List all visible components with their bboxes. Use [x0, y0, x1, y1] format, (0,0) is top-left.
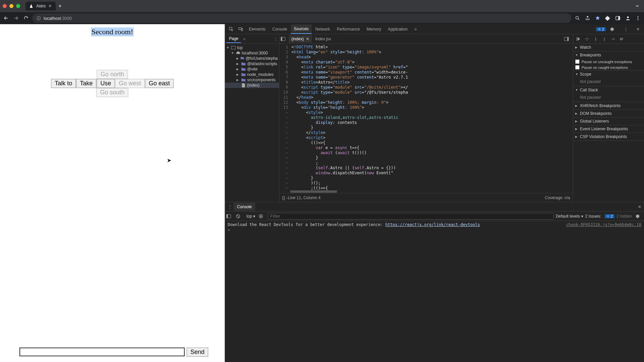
- console-log-source[interactable]: chunk-DFKQJ226.js?v=9e6b4e8c:18: [566, 222, 641, 227]
- inspect-element-icon[interactable]: [227, 27, 236, 32]
- pause-uncaught-checkbox[interactable]: [575, 59, 580, 64]
- chrome-toolbar: localhost:3000: [0, 12, 644, 24]
- csp-breakpoints-section[interactable]: ▶CSP Violation Breakpoints: [573, 133, 644, 140]
- xhr-breakpoints-section[interactable]: ▶XHR/fetch Breakpoints: [573, 102, 644, 109]
- editor-tab-index[interactable]: (index) ✕: [289, 35, 312, 43]
- step-into-icon[interactable]: [592, 35, 599, 43]
- window-close-button[interactable]: [3, 4, 7, 8]
- live-expression-icon[interactable]: [259, 214, 266, 219]
- resume-icon[interactable]: [574, 35, 582, 43]
- side-panel-icon[interactable]: [614, 14, 622, 22]
- pause-caught-checkbox[interactable]: [575, 65, 580, 70]
- editor-tab-close-icon[interactable]: ✕: [306, 37, 309, 41]
- file-icon: [241, 83, 246, 88]
- devtools-close-button[interactable]: ✕: [634, 27, 642, 32]
- folder-icon: [241, 67, 246, 72]
- go-west-button[interactable]: Go west: [115, 79, 145, 88]
- device-toolbar-icon[interactable]: [236, 27, 245, 32]
- window-minimize-button[interactable]: [9, 4, 13, 8]
- back-button[interactable]: [2, 14, 10, 22]
- talk-to-button[interactable]: Talk to: [51, 79, 76, 88]
- navigator-tab-page[interactable]: Page: [226, 35, 241, 43]
- forward-button[interactable]: [12, 14, 20, 22]
- go-south-button[interactable]: Go south: [96, 88, 128, 97]
- go-east-button[interactable]: Go east: [145, 79, 174, 88]
- svg-point-6: [627, 16, 629, 18]
- console-drawer-close-icon[interactable]: ✕: [635, 205, 644, 209]
- navigator-more-icon[interactable]: »: [243, 37, 245, 41]
- tab-network[interactable]: Network: [312, 25, 333, 34]
- new-tab-button[interactable]: +: [58, 3, 61, 9]
- navigator-kebab-icon[interactable]: ⋮: [274, 37, 278, 41]
- frame-icon: [231, 45, 236, 50]
- console-drawer-kebab-icon[interactable]: ⋮: [226, 205, 234, 209]
- global-listeners-section[interactable]: ▶Global Listeners: [573, 118, 644, 125]
- tab-performance[interactable]: Performance: [334, 25, 363, 34]
- breakpoints-section[interactable]: ▼Breakpoints: [573, 51, 644, 59]
- tab-application[interactable]: Application: [385, 25, 411, 34]
- console-context-selector[interactable]: top ▾: [245, 213, 257, 219]
- console-prompt[interactable]: >: [228, 228, 641, 232]
- svg-rect-20: [577, 37, 578, 41]
- address-bar[interactable]: localhost:3000: [32, 13, 571, 23]
- extensions-icon[interactable]: [604, 14, 612, 22]
- svg-point-23: [604, 40, 605, 41]
- step-icon[interactable]: [609, 35, 617, 43]
- page-viewport: Second room! Go north Talk to Take Use G…: [0, 24, 225, 362]
- editor-horizontal-scrollbar[interactable]: [290, 190, 573, 193]
- watch-section[interactable]: ▶Watch: [573, 44, 644, 51]
- browser-tab[interactable]: Astro ✕: [26, 2, 56, 10]
- chat-input[interactable]: [19, 348, 185, 356]
- site-info-icon[interactable]: [36, 16, 41, 20]
- page-title: Second room!: [91, 28, 133, 36]
- devtools-kebab-icon[interactable]: ⋮: [622, 27, 630, 32]
- console-levels-selector[interactable]: Default levels ▾: [556, 214, 583, 219]
- chevron-down-icon[interactable]: [633, 2, 641, 10]
- tab-elements[interactable]: Elements: [246, 25, 269, 34]
- toggle-navigator-icon[interactable]: [281, 37, 288, 41]
- tab-close-button[interactable]: ✕: [48, 4, 52, 8]
- share-icon[interactable]: [584, 14, 592, 22]
- take-button[interactable]: Take: [76, 79, 96, 88]
- console-log-link[interactable]: https://reactjs.org/link/react-devtools: [385, 222, 480, 227]
- more-tabs-icon[interactable]: »: [411, 27, 420, 32]
- step-over-icon[interactable]: [583, 35, 591, 43]
- file-tree[interactable]: ▼top ▼localhost:3000 ▶@fs/Users/stepha ▶…: [225, 44, 279, 202]
- reload-button[interactable]: [22, 14, 30, 22]
- devtools-settings-icon[interactable]: [610, 27, 618, 32]
- editor-tab-indexjsx[interactable]: Index.jsx: [313, 35, 334, 43]
- scope-section[interactable]: ▼Scope: [573, 71, 644, 78]
- kebab-menu-icon[interactable]: [634, 14, 642, 22]
- go-north-button[interactable]: Go north: [97, 70, 128, 79]
- callstack-section[interactable]: ▼Call Stack: [573, 86, 644, 94]
- toolbar-right-icons: [573, 14, 642, 22]
- zoom-icon[interactable]: [573, 14, 582, 22]
- pretty-print-icon[interactable]: {}: [282, 195, 285, 200]
- bookmark-star-icon[interactable]: [594, 14, 602, 22]
- tab-console[interactable]: Console: [269, 25, 290, 34]
- tab-memory[interactable]: Memory: [364, 25, 384, 34]
- deactivate-breakpoints-icon[interactable]: [618, 35, 626, 43]
- use-button[interactable]: Use: [97, 79, 115, 88]
- console-log-line: Download the React DevTools for a better…: [228, 222, 641, 227]
- event-listener-breakpoints-section[interactable]: ▶Event Listener Breakpoints: [573, 125, 644, 133]
- console-filter-input[interactable]: [268, 213, 554, 220]
- profile-icon[interactable]: [624, 14, 632, 22]
- svg-rect-29: [607, 215, 609, 218]
- dom-breakpoints-section[interactable]: ▶DOM Breakpoints: [573, 110, 644, 117]
- issues-badge[interactable]: 2: [596, 27, 606, 31]
- console-sidebar-toggle-icon[interactable]: [226, 214, 234, 219]
- clear-console-icon[interactable]: [236, 214, 243, 219]
- console-drawer-tab[interactable]: Console: [234, 203, 255, 211]
- code-editor[interactable]: 12345678910111213–––––––––––––––––– <!DO…: [279, 44, 573, 190]
- svg-point-8: [638, 18, 639, 19]
- console-issues-badge[interactable]: 2: [605, 214, 614, 218]
- tab-title: Astro: [36, 4, 46, 8]
- toggle-debugger-icon[interactable]: [564, 37, 571, 41]
- folder-icon: [241, 61, 246, 66]
- window-zoom-button[interactable]: [16, 4, 20, 8]
- send-button[interactable]: Send: [187, 348, 208, 357]
- step-out-icon[interactable]: [601, 35, 608, 43]
- tab-sources[interactable]: Sources: [291, 25, 312, 34]
- console-settings-icon[interactable]: [635, 214, 643, 219]
